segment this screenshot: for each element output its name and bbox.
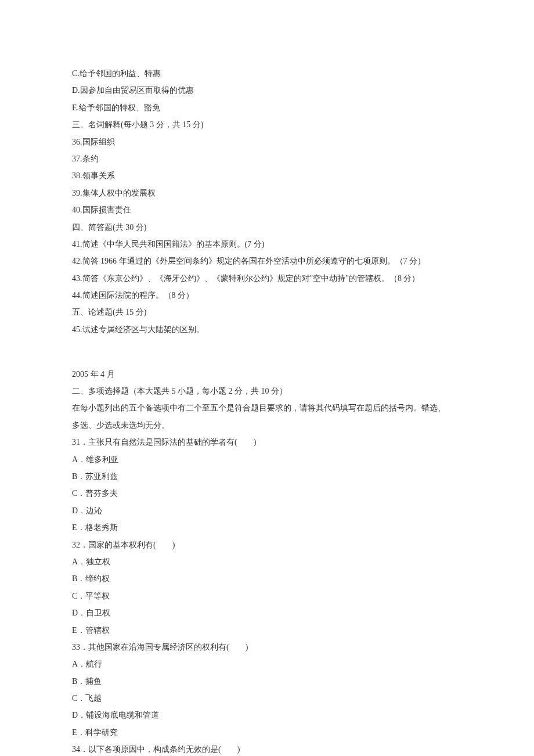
text-line: 多选、少选或未选均无分。 [72,417,462,434]
text-line: D．边沁 [72,502,462,519]
text-line: 二、多项选择题（本大题共 5 小题，每小题 2 分，共 10 分） [72,383,462,399]
text-line: 33．其他国家在沿海国专属经济区的权利有( ) [72,639,462,656]
text-line: 五、论述题(共 15 分) [72,304,462,321]
text-line: 44.简述国际法院的程序。（8 分） [72,287,462,304]
text-line: E．科学研究 [72,724,462,741]
text-line: A．维多利亚 [72,451,462,468]
text-line: C.给予邻国的利益、特惠 [72,65,462,82]
text-line: 四、简答题(共 30 分) [72,219,462,236]
text-line: C．飞越 [72,690,462,707]
text-line: 31．主张只有自然法是国际法的基础的学者有( ) [72,434,462,451]
text-line [72,338,462,355]
text-line: 36.国际组织 [72,134,462,150]
text-line: 45.试述专属经济区与大陆架的区别。 [72,321,462,338]
text-line: E.给予邻国的特权、豁免 [72,99,462,116]
text-line: 39.集体人权中的发展权 [72,185,462,201]
text-line: D．自卫权 [72,604,462,621]
text-line: E．格老秀斯 [72,519,462,536]
text-line: 34．以下各项原因中，构成条约无效的是( ) [72,741,462,756]
text-line: A．航行 [72,656,462,672]
text-line: B．缔约权 [72,570,462,587]
text-line: D.因参加自由贸易区而取得的优惠 [72,82,462,99]
text-line: 三、名词解释(每小题 3 分，共 15 分) [72,116,462,133]
text-line: C．普芬多夫 [72,485,462,502]
text-line: 42.简答 1966 年通过的《外层空间条约》规定的各国在外空活动中所必须遵守的… [72,253,462,269]
text-line: A．独立权 [72,553,462,570]
text-line: 38.领事关系 [72,167,462,184]
text-line: E．管辖权 [72,622,462,639]
text-line: 2005 年 4 月 [72,366,462,383]
text-line: B．捕鱼 [72,673,462,690]
text-line: 37.条约 [72,150,462,167]
text-line: B．苏亚利兹 [72,468,462,485]
text-line: D．铺设海底电缆和管道 [72,707,462,723]
text-line: 在每小题列出的五个备选项中有二个至五个是符合题目要求的，请将其代码填写在题后的括… [72,399,462,416]
text-line: C．平等权 [72,588,462,604]
text-line: 32．国家的基本权利有( ) [72,537,462,553]
text-line: 40.国际损害责任 [72,201,462,218]
text-line: 43.简答《东京公约》、《海牙公约》、《蒙特利尔公约》规定的对"空中劫持"的管辖… [72,270,462,287]
text-line: 41.简述《中华人民共和国国籍法》的基本原则。(7 分) [72,236,462,253]
